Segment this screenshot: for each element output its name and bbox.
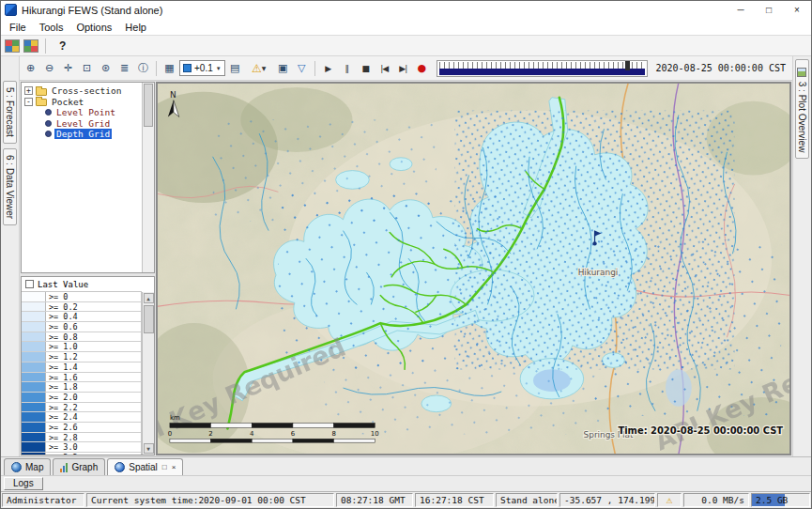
legend-swatch (22, 393, 46, 402)
layers-button[interactable]: ≣ (115, 59, 133, 77)
pause-button[interactable]: ‖ (338, 59, 356, 77)
sample-button[interactable]: ▽ (293, 59, 311, 77)
scale-tick: 10 (371, 430, 379, 438)
tree-item-level-grid[interactable]: Level Grid (45, 118, 140, 130)
zoom-in-button[interactable]: ⊕ (22, 59, 39, 77)
content-area: 5 : Forecast 6 : Data Viewer ⊕ ⊖ ✛ ⊡ ⊛ ≣… (1, 56, 811, 456)
window-title: Hikurangi FEWS (Stand alone) (22, 5, 162, 16)
menu-tools[interactable]: Tools (34, 21, 69, 34)
play-button[interactable]: ▶ (319, 59, 337, 77)
legend-swatch (22, 352, 46, 362)
grid-display-button[interactable]: ▦ (161, 59, 178, 77)
menu-options[interactable]: Options (70, 21, 117, 34)
tree-item-depth-grid[interactable]: Depth Grid (45, 129, 140, 140)
scroll-down-icon[interactable]: ▼ (144, 443, 154, 454)
tree-item-pocket[interactable]: - Pocket (24, 97, 140, 108)
pan-button[interactable]: ✛ (59, 59, 77, 77)
zoom-out-icon: ⊖ (45, 62, 54, 74)
stop-icon: ■ (361, 64, 369, 73)
legend-label: >= 0.4 (46, 312, 81, 321)
grid-layer-icon (183, 64, 192, 72)
legend-swatch (22, 312, 46, 321)
status-memory-gauge: 2.5 GB (751, 493, 810, 507)
scale-tick: 6 (291, 430, 295, 438)
legend-label: >= 2.8 (46, 433, 81, 442)
app-window: Hikurangi FEWS (Stand alone) ─ □ × File … (0, 0, 812, 509)
scale-tick: 0 (168, 430, 172, 438)
close-button[interactable]: × (783, 1, 811, 19)
maximize-button[interactable]: □ (755, 1, 783, 19)
tab-forecast[interactable]: 5 : Forecast (3, 81, 17, 144)
last-value-checkbox[interactable] (25, 280, 34, 288)
grid-offset-select[interactable]: +0.1 ▼ (179, 60, 225, 76)
database-display-icon[interactable] (23, 39, 38, 53)
skip-start-button[interactable]: |◀ (375, 59, 393, 77)
panel-maximize-icon[interactable]: □ (162, 463, 167, 471)
legend-swatch (22, 322, 46, 332)
toolbar-separator (314, 61, 315, 76)
folder-icon (36, 88, 47, 96)
legend-label: >= 0.8 (46, 332, 81, 342)
tab-plot-overview[interactable]: 3 : Plot Overview (795, 59, 809, 159)
tab-graph[interactable]: Graph (53, 458, 105, 475)
tab-graph-label: Graph (71, 462, 98, 472)
tree-scrollbar-thumb[interactable] (144, 84, 153, 127)
map-panel: API Key Required API Key Required Hikura… (156, 82, 791, 455)
help-button[interactable]: ? (53, 38, 69, 54)
explorer-display-icon[interactable] (5, 39, 20, 53)
scroll-up-icon[interactable]: ▲ (144, 293, 154, 303)
animation-button[interactable]: ▣ (274, 59, 292, 77)
legend-swatch (22, 403, 46, 412)
stop-button[interactable]: ■ (357, 59, 375, 77)
logs-button[interactable]: Logs (4, 477, 43, 490)
menu-file[interactable]: File (4, 21, 32, 34)
info-button[interactable]: ⓘ (134, 59, 152, 77)
title-bar[interactable]: Hikurangi FEWS (Stand alone) ─ □ × (1, 1, 811, 19)
zoom-out-button[interactable]: ⊖ (40, 59, 58, 77)
tab-data-viewer[interactable]: 6 : Data Viewer (3, 148, 17, 225)
minimize-button[interactable]: ─ (727, 1, 755, 19)
status-warning-cell[interactable]: ⚠ (657, 493, 682, 507)
tab-map[interactable]: Map (4, 458, 51, 475)
collapse-toggle-icon[interactable]: - (24, 98, 33, 106)
legend-swatch (22, 332, 46, 342)
legend-scrollbar[interactable]: ▲ ▼ (142, 292, 154, 455)
legend-row: >= 2.6 (22, 423, 141, 433)
expand-toggle-icon[interactable]: + (24, 86, 33, 95)
menu-help[interactable]: Help (119, 21, 152, 34)
tree-scrollbar[interactable] (142, 83, 154, 272)
tab-spatial[interactable]: Spatial □ × (107, 458, 183, 475)
right-tab-strip: 3 : Plot Overview (792, 56, 811, 456)
status-system-time: Current system time:2020-09-01 00:00 CST (86, 493, 334, 507)
zoom-box-button[interactable]: ⊡ (78, 59, 96, 77)
status-user: Administrator (2, 493, 84, 507)
tree-item-cross-section[interactable]: + Cross-section (24, 85, 140, 97)
record-button[interactable]: ● (413, 59, 431, 77)
tree-item-level-point[interactable]: Level Point (45, 107, 140, 118)
legend-label: >= 2.0 (46, 393, 81, 402)
map-toolbar: ⊕ ⊖ ✛ ⊡ ⊛ ≣ ⓘ ▦ +0.1 ▼ ▤ ⚠ ▼ ▣ (20, 56, 792, 81)
panel-tab-bar: Map Graph Spatial □ × (1, 456, 811, 475)
tab-map-label: Map (25, 462, 43, 472)
timeline-range-bar (439, 69, 645, 75)
map-canvas[interactable]: API Key Required API Key Required Hikura… (157, 83, 790, 455)
timeline-handle[interactable] (625, 61, 630, 70)
skip-end-button[interactable]: ▶| (394, 59, 412, 77)
profile-button[interactable]: ▤ (226, 59, 244, 77)
panel-close-icon[interactable]: × (172, 463, 176, 471)
legend-row: >= 3.0 (22, 442, 141, 453)
threshold-warning-select[interactable]: ⚠ ▼ (245, 59, 273, 77)
main-toolbar: ? (1, 36, 811, 56)
warning-icon: ⚠ (252, 62, 262, 75)
legend-scrollbar-thumb[interactable] (144, 305, 154, 333)
legend-label: >= 1.6 (46, 373, 81, 382)
folder-icon (36, 99, 47, 106)
legend-row: >= 0.8 (22, 332, 141, 343)
menu-bar: File Tools Options Help (1, 19, 811, 36)
zoom-full-extent-icon: ⊛ (101, 62, 110, 74)
legend-table: >= 0 >= 0.2 >= 0.4 >= 0.6 >= 0.8 >= 1.0 … (22, 291, 142, 455)
legend-swatch (22, 453, 46, 455)
workspace: + Cross-section - Pocket Level Point (20, 81, 792, 456)
zoom-full-extent-button[interactable]: ⊛ (97, 59, 115, 77)
timeline-slider[interactable] (437, 60, 648, 77)
